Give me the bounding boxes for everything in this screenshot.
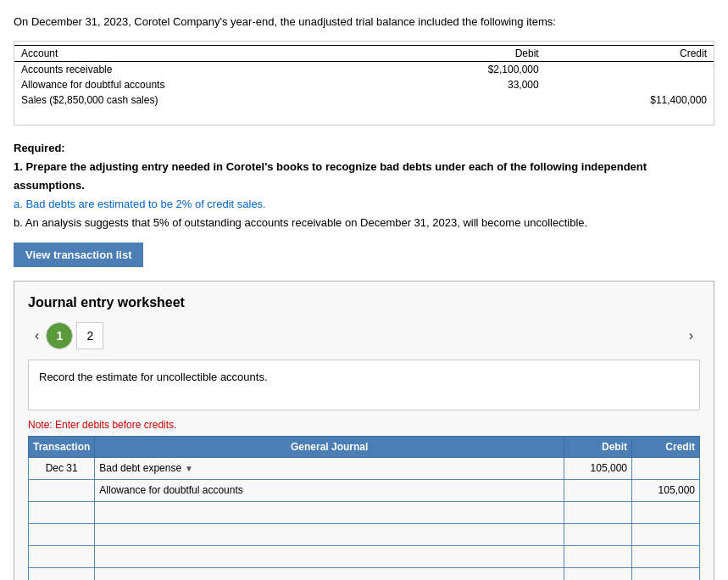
journal-header-row: Transaction General Journal Debit Credit: [29, 436, 700, 457]
required-title: Required:: [14, 142, 65, 154]
prev-tab-button[interactable]: ‹: [28, 328, 46, 343]
journal-credit-1[interactable]: [632, 457, 700, 479]
intro-paragraph: On December 31, 2023, Corotel Company's …: [14, 14, 714, 31]
tab-navigation: ‹ 1 2 ›: [28, 322, 700, 349]
table-row: Dec 31 Bad debt expense ▼ 105,000: [29, 457, 700, 479]
journal-table: Transaction General Journal Debit Credit…: [28, 436, 700, 580]
required-section: Required: 1. Prepare the adjusting entry…: [14, 139, 714, 232]
journal-entry-1[interactable]: Bad debt expense ▼: [95, 457, 564, 479]
tb-header-credit: Credit: [546, 45, 714, 61]
journal-date-3[interactable]: [29, 501, 95, 523]
tb-debit-2: 33,000: [391, 77, 545, 92]
table-row: [29, 501, 700, 523]
tb-credit-3: $11,400,000: [546, 92, 714, 108]
tb-header-account: Account: [14, 45, 391, 61]
journal-debit-2[interactable]: [564, 479, 632, 501]
journal-worksheet: Journal entry worksheet ‹ 1 2 › Record t…: [14, 281, 714, 580]
journal-credit-4[interactable]: [632, 523, 700, 545]
instruction-text: Record the estimate for uncollectible ac…: [39, 371, 689, 383]
journal-debit-1[interactable]: 105,000: [564, 457, 632, 479]
table-row: [29, 567, 700, 580]
journal-date-2: [29, 479, 95, 501]
journal-entry-6[interactable]: [95, 567, 564, 580]
journal-debit-4[interactable]: [564, 523, 632, 545]
table-row: Allowance for doubtful accounts 33,000: [14, 77, 714, 92]
tb-account-2: Allowance for doubtful accounts: [14, 77, 391, 92]
required-part-b: b. An analysis suggests that 5% of outst…: [14, 216, 587, 229]
journal-date-6[interactable]: [29, 567, 95, 580]
journal-header-debit: Debit: [564, 436, 632, 457]
journal-credit-5[interactable]: [632, 545, 700, 567]
journal-entry-4[interactable]: [95, 523, 564, 545]
note-text: Note: Enter debits before credits.: [28, 419, 700, 431]
table-row: Sales ($2,850,000 cash sales) $11,400,00…: [14, 92, 714, 108]
tb-credit-1: [546, 61, 714, 77]
journal-header-credit: Credit: [632, 436, 700, 457]
tb-account-3: Sales ($2,850,000 cash sales): [14, 92, 391, 108]
tab-1-button[interactable]: 1: [46, 322, 73, 349]
journal-header-transaction: Transaction: [29, 436, 95, 457]
view-transaction-list-button[interactable]: View transaction list: [14, 243, 143, 267]
journal-debit-5[interactable]: [564, 545, 632, 567]
journal-worksheet-title: Journal entry worksheet: [28, 295, 700, 310]
trial-balance-container: Account Debit Credit Accounts receivable…: [14, 41, 714, 125]
tb-debit-1: $2,100,000: [391, 61, 545, 77]
dropdown-icon: ▼: [185, 464, 193, 473]
required-item1: 1. Prepare the adjusting entry needed in…: [14, 160, 647, 192]
table-row: [29, 545, 700, 567]
required-part-a: a. Bad debts are estimated to be 2% of c…: [14, 198, 266, 210]
tab-2-button[interactable]: 2: [76, 322, 103, 349]
journal-credit-6[interactable]: [632, 567, 700, 580]
journal-entry-5[interactable]: [95, 545, 564, 567]
journal-credit-2[interactable]: 105,000: [632, 479, 700, 501]
tb-account-1: Accounts receivable: [14, 61, 391, 77]
journal-entry-2[interactable]: Allowance for doubtful accounts: [95, 479, 564, 501]
table-row: Allowance for doubtful accounts 105,000: [29, 479, 700, 501]
journal-header-general: General Journal: [95, 436, 564, 457]
journal-debit-3[interactable]: [564, 501, 632, 523]
next-tab-button[interactable]: ›: [682, 328, 700, 343]
table-row: Accounts receivable $2,100,000: [14, 61, 714, 77]
journal-credit-3[interactable]: [632, 501, 700, 523]
instruction-box: Record the estimate for uncollectible ac…: [28, 360, 700, 410]
journal-date-5[interactable]: [29, 545, 95, 567]
table-row: [29, 523, 700, 545]
tb-debit-3: [391, 92, 545, 108]
tb-header-debit: Debit: [391, 45, 545, 61]
journal-entry-3[interactable]: [95, 501, 564, 523]
journal-date-1: Dec 31: [29, 457, 95, 479]
trial-balance-table: Account Debit Credit Accounts receivable…: [14, 45, 714, 108]
tb-credit-2: [546, 77, 714, 92]
journal-debit-6[interactable]: [564, 567, 632, 580]
journal-date-4[interactable]: [29, 523, 95, 545]
